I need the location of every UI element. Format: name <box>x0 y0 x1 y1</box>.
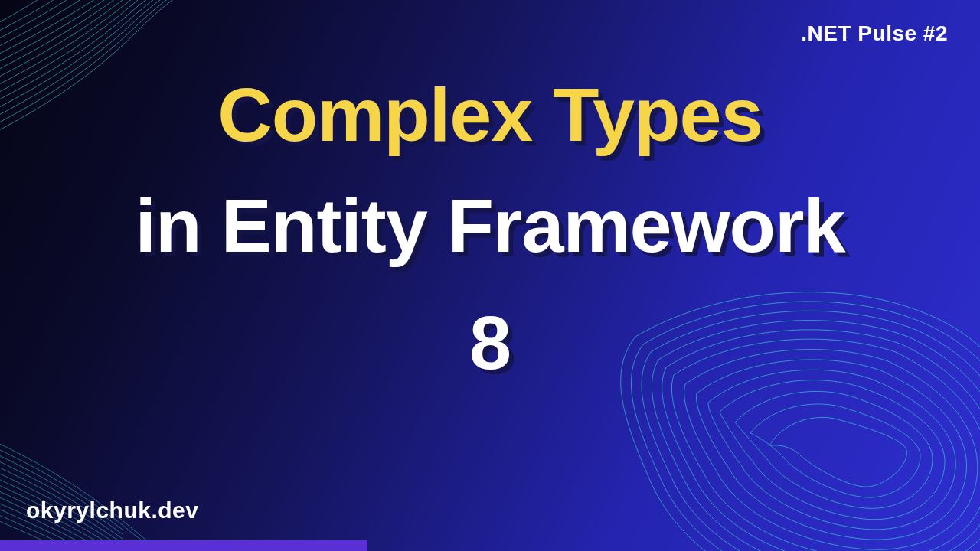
issue-tag: .NET Pulse #2 <box>801 21 948 46</box>
accent-bar <box>0 540 368 551</box>
site-label: okyrylchuk.dev <box>26 497 198 523</box>
title-line-3: 8 <box>0 305 980 380</box>
decorative-mesh-bottom-left <box>0 383 230 551</box>
title-line-2: in Entity Framework <box>0 187 980 263</box>
title-line-1: Complex Types <box>0 77 980 152</box>
title-block: Complex Types in Entity Framework 8 <box>0 77 980 380</box>
